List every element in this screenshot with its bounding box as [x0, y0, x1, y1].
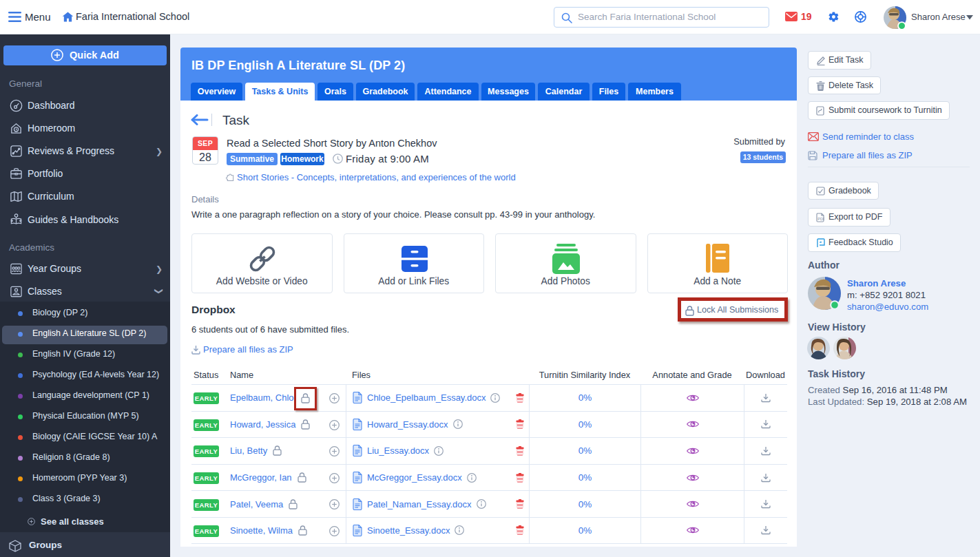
svg-text:PDF: PDF [817, 217, 824, 221]
